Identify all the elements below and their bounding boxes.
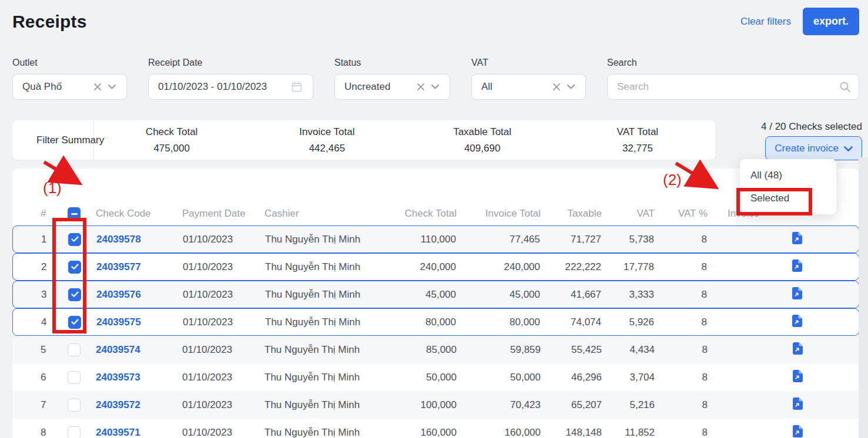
vat-pct-cell: 8 [654, 289, 727, 301]
column-payment-date[interactable]: Payment Date [170, 208, 252, 220]
row-index: 8 [12, 427, 59, 438]
vat-chevron-down-icon[interactable] [564, 85, 578, 89]
row-checkbox[interactable] [68, 426, 81, 438]
vat-value: All [481, 81, 549, 93]
vat-label: VAT [471, 58, 586, 68]
payment-date: 01/10/2023 [170, 289, 253, 301]
table-scrollbar[interactable] [859, 157, 868, 438]
row-checkbox[interactable] [68, 399, 81, 412]
column-vat[interactable]: VAT [602, 208, 655, 220]
row-checkbox-cell [59, 399, 89, 412]
create-invoice-button[interactable]: Create invoice [765, 136, 862, 160]
outlet-clear-icon[interactable] [91, 83, 105, 90]
search-label: Search [607, 58, 859, 68]
status-label: Status [334, 58, 450, 68]
column-check-total[interactable]: Check Total [368, 208, 457, 220]
calendar-icon[interactable] [288, 82, 306, 92]
check-total-cell: 240,000 [368, 261, 456, 273]
table-row: 7 24039572 01/10/2023 Thu Nguyễn Thị Min… [12, 391, 859, 419]
menu-item-selected[interactable]: Selected [740, 187, 836, 210]
taxable-cell: 55,425 [541, 344, 602, 356]
payment-date: 01/10/2023 [170, 427, 252, 438]
invoice-total-cell: 70,423 [457, 399, 541, 411]
status-select[interactable]: Uncreated [334, 74, 450, 100]
row-index: 1 [13, 234, 60, 245]
status-clear-icon[interactable] [414, 83, 428, 90]
invoice-cell [727, 232, 859, 247]
table-row: 1 24039578 01/10/2023 Thu Nguyễn Thị Min… [12, 225, 859, 253]
cashier-name: Thu Nguyễn Thị Minh [253, 234, 368, 245]
invoice-document-icon[interactable] [792, 318, 802, 329]
outlet-select[interactable]: Quà Phố [12, 74, 127, 100]
check-code-link[interactable]: 24039576 [89, 289, 170, 301]
invoice-document-icon[interactable] [793, 401, 803, 412]
invoice-total-cell: 160,000 [457, 427, 541, 438]
invoice-document-icon[interactable] [793, 429, 803, 438]
row-checkbox[interactable] [68, 371, 81, 384]
invoice-document-icon[interactable] [793, 373, 803, 385]
check-code-link[interactable]: 24039577 [89, 261, 170, 273]
check-code-link[interactable]: 24039574 [89, 344, 170, 356]
check-code-link[interactable]: 24039573 [89, 372, 170, 383]
check-code-link[interactable]: 24039571 [89, 427, 170, 438]
invoice-cell [728, 370, 859, 385]
vat-pct-cell: 8 [655, 372, 728, 383]
payment-date: 01/10/2023 [170, 234, 253, 245]
invoice-document-icon[interactable] [793, 346, 803, 357]
row-checkbox-cell [60, 288, 89, 301]
taxable-cell: 65,207 [541, 399, 602, 411]
invoice-cell [727, 260, 859, 275]
row-checkbox[interactable] [68, 233, 81, 246]
row-checkbox-cell [59, 426, 89, 438]
column-taxable[interactable]: Taxable [541, 208, 602, 220]
row-checkbox[interactable] [68, 316, 81, 329]
invoice-document-icon[interactable] [792, 235, 802, 247]
row-checkbox[interactable] [68, 343, 81, 356]
taxable-cell: 148,148 [541, 427, 602, 438]
invoice-document-icon[interactable] [792, 291, 802, 302]
export-button[interactable]: export. [803, 8, 859, 35]
check-code-link[interactable]: 24039575 [89, 316, 170, 328]
vat-cell: 5,926 [601, 316, 654, 328]
vat-pct-cell: 8 [654, 316, 727, 328]
table-header-row: # Check Code Payment Date Cashier Check … [12, 202, 859, 225]
filter-summary-card: Filter Summary Check Total 475,000 Invoi… [12, 120, 715, 160]
cashier-name: Thu Nguyễn Thị Minh [253, 316, 368, 328]
column-vat-pct[interactable]: VAT % [655, 208, 728, 220]
outlet-label: Outlet [12, 58, 127, 68]
check-total-value: 475,000 [153, 143, 189, 154]
column-invoice-total[interactable]: Invoice Total [457, 208, 541, 220]
outlet-chevron-down-icon[interactable] [105, 85, 119, 89]
check-code-link[interactable]: 24039572 [89, 399, 170, 411]
cashier-name: Thu Nguyễn Thị Minh [253, 289, 368, 301]
clear-filters-link[interactable]: Clear filters [740, 16, 791, 28]
vat-clear-icon[interactable] [549, 83, 564, 90]
check-total-cell: 45,000 [368, 289, 456, 301]
invoice-total-cell: 45,000 [456, 289, 540, 301]
search-icon [839, 81, 851, 95]
invoice-cell [728, 342, 859, 358]
column-cashier[interactable]: Cashier [252, 208, 368, 220]
check-total-cell: 80,000 [368, 316, 456, 328]
receipt-date-input[interactable]: 01/10/2023 - 01/10/2023 [148, 74, 313, 100]
invoice-document-icon[interactable] [792, 263, 802, 274]
row-checkbox[interactable] [68, 261, 81, 274]
invoice-cell [728, 425, 859, 438]
invoice-total-cell: 80,000 [456, 316, 540, 328]
check-code-link[interactable]: 24039578 [89, 234, 170, 245]
payment-date: 01/10/2023 [170, 261, 253, 273]
filter-bar: Outlet Quà Phố Receipt Date 01/10/2023 -… [12, 58, 859, 100]
search-input[interactable] [607, 74, 859, 100]
cashier-name: Thu Nguyễn Thị Minh [252, 372, 368, 383]
invoice-total-value: 442,465 [309, 143, 345, 154]
row-checkbox-cell [60, 316, 89, 329]
column-check-code[interactable]: Check Code [89, 208, 170, 220]
select-all-checkbox[interactable] [68, 207, 81, 220]
row-checkbox-cell [60, 233, 89, 246]
invoice-cell [727, 315, 859, 330]
menu-item-all[interactable]: All (48) [740, 164, 836, 187]
cashier-name: Thu Nguyễn Thị Minh [252, 427, 368, 438]
row-checkbox[interactable] [68, 288, 81, 301]
status-chevron-down-icon[interactable] [428, 85, 443, 89]
vat-select[interactable]: All [471, 74, 586, 100]
